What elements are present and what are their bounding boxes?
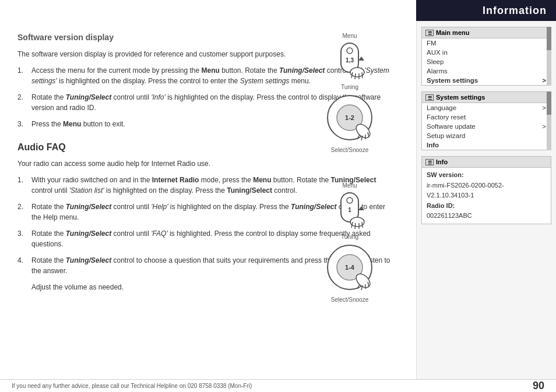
menu-icon-system: ☰ [425, 94, 434, 101]
info-box: ☰ Info SW version: ir-mmi-FS2026-0200-00… [421, 156, 551, 224]
menu-icon-main: ☰ [425, 30, 434, 36]
system-settings-scroll-thumb [547, 91, 551, 115]
main-menu-item-sleep: Sleep [422, 57, 551, 66]
bottom-diagram-group: Menu 1 Tuning 1-4 [323, 182, 376, 303]
svg-marker-2 [358, 56, 364, 61]
tuning-label-top: Tuning [323, 84, 376, 90]
footer: If you need any further advice, please c… [0, 379, 556, 392]
info-box-title: Info [436, 158, 448, 165]
menu-button-svg-top: 1,3 [329, 40, 370, 81]
info-box-content: SW version: ir-mmi-FS2026-0200-0052-V2.1… [422, 168, 551, 224]
page-title: Information [483, 5, 547, 17]
diagrams-area: Menu 1,3 Tuning [286, 21, 414, 392]
page-number: 90 [533, 380, 544, 392]
main-menu-scrollbar [547, 27, 551, 86]
menu-label-bottom: Menu [329, 182, 370, 189]
main-menu-item-aux: AUX in [422, 48, 551, 57]
helpline-text: If you need any further advice, please c… [12, 383, 252, 389]
svg-text:1: 1 [348, 207, 351, 213]
radio-id-value: 002261123ABC [427, 211, 546, 221]
svg-marker-19 [358, 206, 364, 210]
sw-version-label: SW version: [427, 170, 546, 181]
svg-text:1-2: 1-2 [345, 114, 354, 121]
select-snooze-label-top: Select/Snooze [323, 147, 376, 153]
tuning-dial-bottom: Tuning 1-4 Select/Snooze [323, 234, 376, 303]
system-item-factory: Factory reset [422, 112, 551, 122]
svg-line-6 [355, 73, 356, 79]
system-settings-box: ☰ System settings Language> Factory rese… [421, 91, 551, 150]
sw-version-value: ir-mmi-FS2026-0200-0052-V2.1.10.34103-1 [427, 181, 546, 201]
svg-line-8 [362, 72, 363, 78]
system-settings-scrollbar [547, 91, 551, 150]
svg-line-23 [355, 223, 356, 229]
tuning-dial-svg-top: 1-2 [323, 91, 376, 144]
svg-text:1,3: 1,3 [346, 57, 354, 63]
system-settings-title: System settings [436, 94, 485, 101]
header-bar: Information [416, 0, 556, 21]
main-menu-title: Main menu [436, 29, 469, 36]
svg-line-25 [362, 222, 363, 228]
menu-button-svg-bottom: 1 [329, 190, 370, 231]
main-menu-item-alarms: Alarms [422, 66, 551, 76]
info-box-header: ☰ Info [422, 157, 551, 168]
system-item-info: Info [422, 140, 551, 150]
menu-button-bottom: Menu 1 [329, 182, 370, 232]
system-item-software: Software update> [422, 122, 551, 131]
radio-id-label: Radio ID: [427, 201, 546, 211]
menu-label-top: Menu [329, 33, 370, 39]
tuning-dial-svg-bottom: 1-4 [323, 241, 376, 294]
tuning-label-bottom: Tuning [323, 234, 376, 240]
menu-button-top: Menu 1,3 [329, 33, 370, 83]
system-item-wizard: Setup wizard [422, 131, 551, 140]
menu-icon-info: ☰ [425, 159, 434, 165]
system-item-language: Language> [422, 103, 551, 112]
right-panel: ☰ Main menu FM AUX in Sleep Alarms Syste… [416, 21, 556, 392]
main-menu-scroll-thumb [547, 27, 551, 50]
main-menu-box: ☰ Main menu FM AUX in Sleep Alarms Syste… [421, 27, 551, 86]
tuning-dial-top: Tuning 1-2 Select/Snooze [323, 84, 376, 153]
main-menu-item-system: System settings> [422, 76, 551, 85]
system-settings-header: ☰ System settings [422, 92, 551, 103]
system-settings-box-wrapper: ☰ System settings Language> Factory rese… [421, 91, 551, 150]
main-menu-box-wrapper: ☰ Main menu FM AUX in Sleep Alarms Syste… [421, 27, 551, 86]
svg-text:1-4: 1-4 [345, 264, 355, 271]
main-menu-item-fm: FM [422, 38, 551, 48]
main-menu-header: ☰ Main menu [422, 27, 551, 38]
select-snooze-label-bottom: Select/Snooze [323, 296, 376, 303]
top-diagram-group: Menu 1,3 Tuning [323, 33, 376, 153]
